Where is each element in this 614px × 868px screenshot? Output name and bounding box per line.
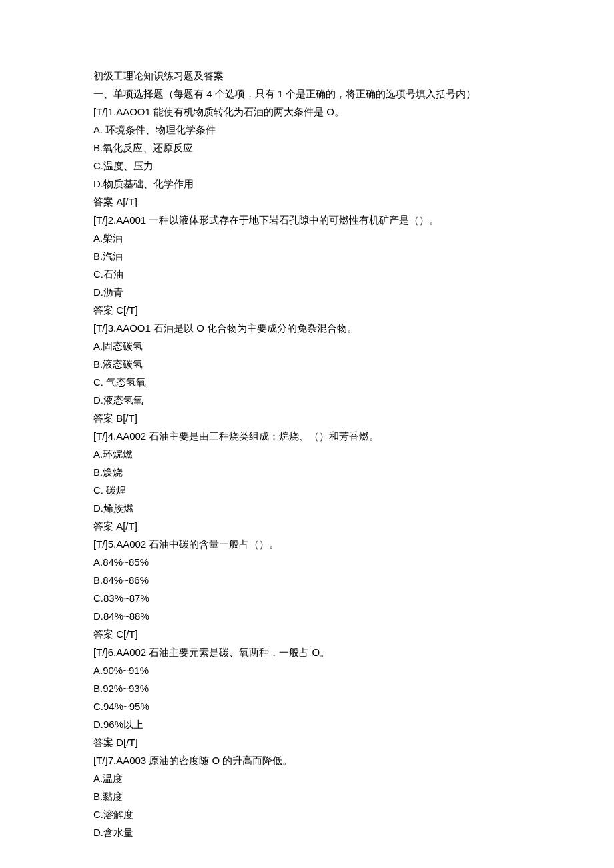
question-answer: 答案 A[/T] xyxy=(93,517,521,535)
question-option: D.烯族燃 xyxy=(93,499,521,517)
question-prompt: [T/]7.AA003 原油的密度随 O 的升高而降低。 xyxy=(93,751,521,769)
document-title: 初级工理论知识练习题及答案 xyxy=(93,67,521,85)
question-option: B.汽油 xyxy=(93,247,521,265)
question-option: C. 碳煌 xyxy=(93,481,521,499)
question-option: A.固态碳氢 xyxy=(93,337,521,355)
question-option: A.90%~91% xyxy=(93,661,521,679)
question-option: B.黏度 xyxy=(93,787,521,805)
question-option: B.焕烧 xyxy=(93,463,521,481)
question-option: D.84%~88% xyxy=(93,607,521,625)
instructions-line: 一、单项选择题（每题有 4 个选项，只有 1 个是正确的，将正确的选项号填入括号… xyxy=(93,85,521,103)
question-option: B.氧化反应、还原反应 xyxy=(93,139,521,157)
question-prompt: [T/]4.AA002 石油主要是由三种烧类组成：烷烧、（）和芳香燃。 xyxy=(93,427,521,445)
question-option: C.石油 xyxy=(93,265,521,283)
question-answer: 答案 C[/T] xyxy=(93,625,521,643)
question-answer: 答案 D[/T] xyxy=(93,733,521,751)
question-prompt: [T/]5.AA002 石油中碳的含量一般占（）。 xyxy=(93,535,521,553)
question-option: A. 环境条件、物理化学条件 xyxy=(93,121,521,139)
question-option: B.84%~86% xyxy=(93,571,521,589)
question-option: C. 气态氢氧 xyxy=(93,373,521,391)
question-option: A.柴油 xyxy=(93,229,521,247)
question-option: D.物质基础、化学作用 xyxy=(93,175,521,193)
question-option: B.液态碳氢 xyxy=(93,355,521,373)
question-option: C.温度、压力 xyxy=(93,157,521,175)
question-option: A.环烷燃 xyxy=(93,445,521,463)
question-prompt: [T/]3.AAOO1 石油是以 O 化合物为主要成分的免杂混合物。 xyxy=(93,319,521,337)
question-option: A.温度 xyxy=(93,769,521,787)
question-option: D.96%以上 xyxy=(93,715,521,733)
question-option: B.92%~93% xyxy=(93,679,521,697)
document-page: 初级工理论知识练习题及答案 一、单项选择题（每题有 4 个选项，只有 1 个是正… xyxy=(0,0,614,868)
question-option: D.沥青 xyxy=(93,283,521,301)
question-prompt: [T/]1.AAOO1 能使有机物质转化为石油的两大条件是 O。 xyxy=(93,103,521,121)
question-option: C.94%~95% xyxy=(93,697,521,715)
question-option: C.83%~87% xyxy=(93,589,521,607)
question-option: A.84%~85% xyxy=(93,553,521,571)
question-option: D.含水量 xyxy=(93,823,521,841)
question-option: D.液态氢氧 xyxy=(93,391,521,409)
question-answer: 答案 A[/T] xyxy=(93,193,521,211)
question-answer: 答案 B[/T] xyxy=(93,409,521,427)
question-answer: 答案 C[/T] xyxy=(93,301,521,319)
question-option: C.溶解度 xyxy=(93,805,521,823)
question-prompt: [T/]2.AA001 一种以液体形式存在于地下岩石孔隙中的可燃性有机矿产是（）… xyxy=(93,211,521,229)
question-prompt: [T/]6.AA002 石油主要元素是碳、氧两种，一般占 O。 xyxy=(93,643,521,661)
